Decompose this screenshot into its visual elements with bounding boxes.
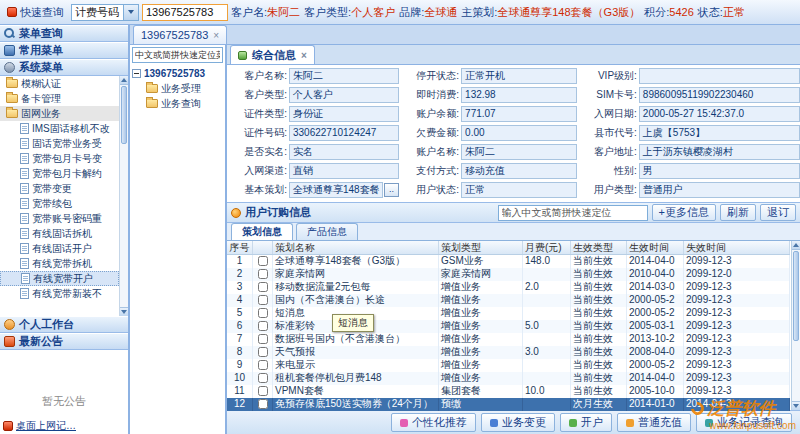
sidebar-section-menu-query[interactable]: 菜单查询 <box>0 25 128 42</box>
unsubscribe-button[interactable]: 退订 <box>760 204 796 221</box>
header-effect-type[interactable]: 生效类型 <box>571 241 627 254</box>
select-dropdown-button[interactable] <box>123 5 138 20</box>
sidebar-tree-item[interactable]: IMS固话移机不改 <box>0 121 119 136</box>
effective-date: 2000-05-2 <box>627 307 684 320</box>
order-locator-input[interactable] <box>498 205 648 221</box>
sidebar-tree-item[interactable]: 有线宽带开户 <box>0 271 119 286</box>
scroll-down-button[interactable] <box>792 401 800 410</box>
order-tab[interactable]: 产品信息 <box>296 223 358 240</box>
workspace-tab[interactable]: 13967525783 × <box>133 25 227 44</box>
tree-item-label: 有线宽带开户 <box>33 272 93 286</box>
table-row[interactable]: 12 免预存保底150送实物券（24个月） 预缴 次月生效 2014-01-0 … <box>227 398 790 411</box>
form-field: 是否实名: 实名 <box>229 144 399 160</box>
scrollbar-thumb[interactable] <box>121 86 127 144</box>
table-row[interactable]: 11 VPMN套餐 集团套餐 10.0 当前生效 2005-10-0 2099-… <box>227 385 790 398</box>
table-row[interactable]: 7 数据班号国内（不含港澳台） 增值业务 当前生效 2013-10-2 2099… <box>227 333 790 346</box>
sidebar-section-workbench[interactable]: 个人工作台 <box>0 316 128 333</box>
header-monthly-fee[interactable]: 月费(元) <box>523 241 571 254</box>
sidebar-tree-item[interactable]: 有线固话开户 <box>0 241 119 256</box>
row-select-checkbox[interactable] <box>258 295 268 305</box>
table-row[interactable]: 3 移动数据流量2元包每 增值业务 2.0 当前生效 2014-03-0 209… <box>227 281 790 294</box>
sidebar-section-system-menu[interactable]: 系统菜单 <box>0 59 128 76</box>
row-select-checkbox[interactable] <box>258 269 268 279</box>
billing-number-input[interactable] <box>142 4 228 21</box>
form-field-value: 实名 <box>289 144 399 160</box>
nav-tree-root[interactable]: 13967525783 <box>132 66 223 81</box>
form-field-label: SIM卡号: <box>579 88 637 102</box>
row-select-checkbox[interactable] <box>258 386 268 396</box>
close-icon[interactable]: × <box>301 50 307 61</box>
sidebar-tree-scrollbar[interactable] <box>119 76 128 316</box>
arrow-up-icon <box>121 78 127 82</box>
billing-number-select[interactable]: 计费号码 <box>71 4 139 21</box>
action-button[interactable]: 业务记录查询 <box>696 413 792 432</box>
scroll-up-button[interactable] <box>792 241 800 250</box>
sidebar-tree-item[interactable]: 备卡管理 <box>0 91 119 106</box>
action-button[interactable]: 业务变更 <box>481 413 555 432</box>
row-select-checkbox[interactable] <box>258 282 268 292</box>
tab-comprehensive-info[interactable]: 综合信息 × <box>230 45 315 64</box>
chevron-down-icon <box>128 10 134 14</box>
sidebar-tree-item[interactable]: 模糊认证 <box>0 76 119 91</box>
header-plan-type[interactable]: 策划类型 <box>439 241 523 254</box>
sidebar-tree-item[interactable]: 宽带续包 <box>0 196 119 211</box>
collapse-icon[interactable] <box>132 69 141 78</box>
sidebar-tree-item[interactable]: 固话宽带业务受 <box>0 136 119 151</box>
row-select-checkbox[interactable] <box>258 256 268 266</box>
action-button[interactable]: 开户 <box>560 413 612 432</box>
document-icon <box>20 183 29 194</box>
action-button[interactable]: 个性化推荐 <box>391 413 476 432</box>
sidebar-section-announcements[interactable]: 最新公告 <box>0 333 128 350</box>
header-seq[interactable]: 序号 <box>227 241 253 254</box>
table-row[interactable]: 8 天气预报 增值业务 3.0 当前生效 2008-04-0 2099-12-3 <box>227 346 790 359</box>
quick-query-button[interactable]: 快速查询 <box>3 4 68 21</box>
row-select-checkbox[interactable] <box>258 360 268 370</box>
header-plan-name[interactable]: 策划名称 <box>273 241 439 254</box>
more-info-button[interactable]: +更多信息 <box>652 204 716 221</box>
info-icon <box>238 51 247 60</box>
header-effective-date[interactable]: 生效时间 <box>627 241 684 254</box>
row-select-checkbox[interactable] <box>258 373 268 383</box>
lookup-button[interactable]: .. <box>384 183 399 197</box>
sidebar-section-common-menu[interactable]: 常用菜单 <box>0 42 128 59</box>
menu-locator-input[interactable] <box>132 47 223 63</box>
sidebar-tree-item[interactable]: 有线宽带拆机 <box>0 256 119 271</box>
nav-tree-item[interactable]: 业务查询 <box>132 96 223 111</box>
sidebar-tree-item[interactable]: 宽带账号密码重 <box>0 211 119 226</box>
sidebar-bottom-link[interactable]: 桌面上网记… <box>3 419 76 433</box>
sidebar-tree-item[interactable]: 宽带包月卡号变 <box>0 151 119 166</box>
sidebar-tree-item[interactable]: 宽带包月卡解约 <box>0 166 119 181</box>
table-row[interactable]: 10 租机套餐停机包月费148 增值业务 当前生效 2014-04-0 2099… <box>227 372 790 385</box>
row-select-checkbox[interactable] <box>258 347 268 357</box>
sidebar-tree-item[interactable]: 固网业务 <box>0 106 119 121</box>
scroll-up-button[interactable] <box>120 76 128 85</box>
header-expire-date[interactable]: 失效时间 <box>684 241 790 254</box>
scrollbar-thumb[interactable] <box>793 251 799 341</box>
row-select-checkbox[interactable] <box>258 308 268 318</box>
table-row[interactable]: 2 家庭亲情网 家庭亲情网 当前生效 2010-04-0 2099-12-0 <box>227 268 790 281</box>
table-scrollbar[interactable] <box>791 241 800 410</box>
form-field-label: 基本策划: <box>229 183 287 197</box>
table-row[interactable]: 6 标准彩铃 增值业务 5.0 当前生效 2005-03-1 2099-12-3 <box>227 320 790 333</box>
sidebar-tree-item[interactable]: 有线固话拆机 <box>0 226 119 241</box>
row-select-checkbox[interactable] <box>258 334 268 344</box>
sidebar-tree-item[interactable]: 有线宽带新装不 <box>0 286 119 301</box>
content-tab-label: 综合信息 <box>252 48 296 63</box>
table-row[interactable]: 9 来电显示 增值业务 当前生效 2000-05-2 2099-12-3 <box>227 359 790 372</box>
nav-tree-item[interactable]: 业务受理 <box>132 81 223 96</box>
scroll-down-button[interactable] <box>120 307 128 316</box>
table-row[interactable]: 4 国内（不含港澳台）长途 增值业务 当前生效 2000-05-2 2099-1… <box>227 294 790 307</box>
action-button[interactable]: 普通充值 <box>617 413 691 432</box>
row-select-checkbox[interactable] <box>258 399 268 409</box>
table-row[interactable]: 5 短消息 增值业务 当前生效 2000-05-2 2099-12-3 <box>227 307 790 320</box>
effective-date: 2000-05-2 <box>627 359 684 372</box>
table-row[interactable]: 1 全球通尊享148套餐（G3版） GSM业务 148.0 当前生效 2014-… <box>227 255 790 268</box>
effect-type: 当前生效 <box>571 320 627 333</box>
order-tab[interactable]: 策划信息 <box>231 223 293 240</box>
header-select[interactable] <box>253 241 273 254</box>
row-select-checkbox[interactable] <box>258 321 268 331</box>
form-field-value: 普通用户 <box>639 182 800 198</box>
refresh-button[interactable]: 刷新 <box>720 204 756 221</box>
close-icon[interactable]: × <box>213 30 219 41</box>
sidebar-tree-item[interactable]: 宽带变更 <box>0 181 119 196</box>
